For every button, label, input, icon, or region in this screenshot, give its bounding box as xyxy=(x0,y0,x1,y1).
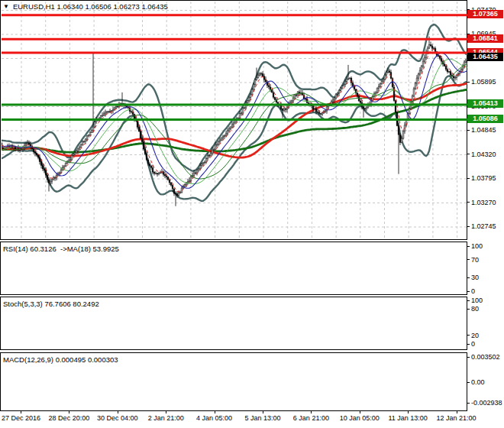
main-chart-pane xyxy=(0,0,467,240)
price-axis-tick xyxy=(467,178,470,179)
current-price-badge: 1.06435 xyxy=(467,53,503,61)
time-tick-label: 2 Jan 21:00 xyxy=(141,414,190,422)
bollinger-lower-band xyxy=(2,76,467,201)
time-tick-label: 28 Dec 20:00 xyxy=(44,414,93,422)
time-axis-tick xyxy=(166,411,166,413)
chart-symbol-dropdown-icon[interactable]: ▼ xyxy=(3,3,9,11)
stoch-axis-tick xyxy=(467,309,470,310)
rsi-label: RSI(14) 60.3126 ->MA(18) 53.9925 xyxy=(3,245,119,253)
time-axis-tick xyxy=(360,411,360,413)
time-tick-label: 12 Jan 21:00 xyxy=(432,414,481,422)
price-axis-tick xyxy=(467,130,470,131)
stoch-tick-label: 100 xyxy=(471,297,483,304)
time-tick-label: 6 Jan 21:00 xyxy=(286,414,335,422)
stoch-tick-label: 0 xyxy=(471,340,475,348)
time-tick-label: 11 Jan 13:00 xyxy=(383,414,432,422)
time-axis-tick xyxy=(408,411,409,413)
price-level-badge-green: 1.05086 xyxy=(467,115,503,123)
chart-window: ▼ EURUSD,H1 1.06340 1.06506 1.06273 1.06… xyxy=(0,0,504,428)
price-axis-tick xyxy=(467,154,470,154)
chart-title: EURUSD,H1 1.06340 1.06506 1.06273 1.0643… xyxy=(13,2,168,11)
price-tick-label: 1.05895 xyxy=(471,78,496,86)
price-tick-label: 1.04845 xyxy=(471,126,496,134)
bollinger-upper-band xyxy=(2,24,467,171)
macd-axis-tick xyxy=(467,403,470,404)
time-axis-tick xyxy=(69,411,69,413)
rsi-tick-label: 30 xyxy=(471,274,479,281)
rsi-tick-label: 0 xyxy=(471,287,475,295)
time-tick-label: 30 Dec 04:00 xyxy=(93,414,142,422)
time-axis-tick xyxy=(263,411,263,413)
macd-axis-tick xyxy=(467,382,470,383)
price-level-badge-red: 1.07365 xyxy=(467,10,503,18)
price-level-badge-green: 1.05413 xyxy=(467,99,503,108)
macd-tick-label: 0.00 xyxy=(471,378,485,386)
price-tick-label: 1.02745 xyxy=(471,222,496,230)
main-chart-canvas[interactable] xyxy=(2,2,467,240)
stoch-label: Stoch(5,3,3) 76.7606 80.2492 xyxy=(3,300,99,308)
time-tick-label: 5 Jan 13:00 xyxy=(238,414,287,422)
rsi-axis-tick xyxy=(467,291,470,292)
price-axis-tick xyxy=(467,82,470,83)
time-axis-tick xyxy=(215,411,215,413)
rsi-tick-label: 100 xyxy=(471,242,483,250)
time-axis-tick xyxy=(311,411,312,413)
rsi-tick-label: 70 xyxy=(471,256,479,264)
stoch-axis-tick xyxy=(467,335,470,336)
rsi-axis-tick xyxy=(467,246,470,247)
stoch-axis-tick xyxy=(467,300,470,301)
stoch-tick-label: 20 xyxy=(471,332,479,339)
time-axis-tick xyxy=(21,411,21,413)
price-axis-tick xyxy=(467,202,470,203)
time-tick-label: 27 Dec 2016 xyxy=(2,414,40,422)
price-tick-label: 1.03270 xyxy=(471,199,496,206)
price-tick-label: 1.04320 xyxy=(471,151,496,158)
time-axis-tick xyxy=(457,411,457,413)
macd-axis-tick xyxy=(467,357,470,358)
rsi-axis-tick xyxy=(467,259,470,260)
macd-tick-label: 0.003502 xyxy=(471,353,500,361)
chart-title-row: ▼ EURUSD,H1 1.06340 1.06506 1.06273 1.06… xyxy=(3,2,168,11)
time-tick-label: 4 Jan 05:00 xyxy=(190,414,239,422)
price-tick-label: 1.03795 xyxy=(471,174,496,182)
price-axis-tick xyxy=(467,226,470,227)
macd-tick-label: -0.002938 xyxy=(471,399,502,407)
rsi-axis-tick xyxy=(467,277,470,278)
time-tick-label: 10 Jan 05:00 xyxy=(335,414,384,422)
price-level-badge-red: 1.06841 xyxy=(467,34,503,43)
stoch-tick-label: 80 xyxy=(471,305,479,313)
macd-label: MACD(12,26,9) 0.000495 0.000303 xyxy=(3,355,118,364)
time-axis-tick xyxy=(118,411,118,413)
stoch-axis-tick xyxy=(467,344,470,345)
